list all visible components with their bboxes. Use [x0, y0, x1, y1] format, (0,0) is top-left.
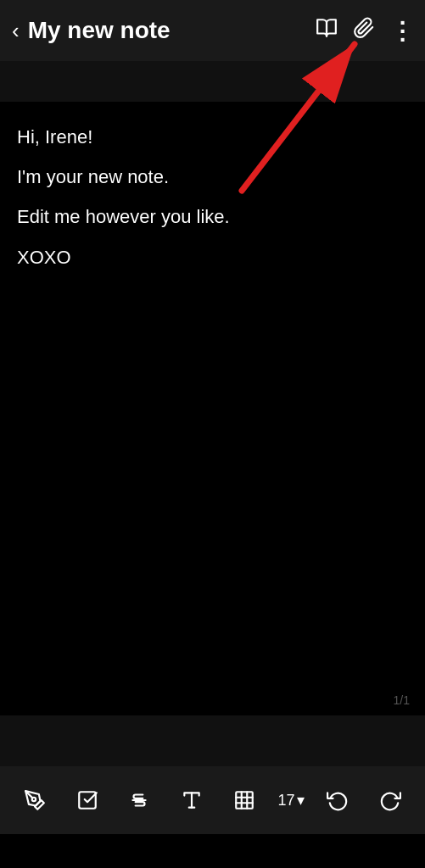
note-line-2: I'm your new note.: [17, 162, 408, 192]
svg-rect-1: [79, 792, 96, 809]
font-size-selector[interactable]: 17 ▾: [278, 791, 305, 810]
svg-point-0: [32, 798, 36, 801]
undo-button[interactable]: [319, 782, 356, 819]
note-line-1: Hi, Irene!: [17, 122, 408, 152]
page-indicator: 1/1: [394, 693, 410, 707]
text-format-button[interactable]: [173, 782, 210, 819]
checklist-button[interactable]: [69, 782, 106, 819]
pen-tool-button[interactable]: [16, 782, 53, 819]
header-icons: ⋮: [316, 17, 413, 45]
header-left: ‹ My new note: [12, 17, 316, 44]
book-icon[interactable]: [316, 17, 338, 44]
note-content-area[interactable]: Hi, Irene! I'm your new note. Edit me ho…: [0, 102, 425, 715]
separator-bar: [0, 61, 425, 102]
note-line-4: XOXO: [17, 242, 408, 272]
svg-rect-5: [236, 792, 253, 809]
bottom-bar-separator: [0, 715, 425, 766]
font-size-arrow: ▾: [297, 791, 305, 810]
font-size-value: 17: [278, 792, 295, 810]
bottom-toolbar: 17 ▾: [0, 766, 425, 834]
note-line-3: Edit me however you like.: [17, 202, 408, 231]
app-header: ‹ My new note ⋮: [0, 0, 425, 61]
note-text-body[interactable]: Hi, Irene! I'm your new note. Edit me ho…: [17, 122, 408, 272]
redo-button[interactable]: [372, 782, 409, 819]
strikethrough-button[interactable]: [120, 782, 158, 819]
note-title: My new note: [28, 17, 171, 44]
insert-frame-button[interactable]: [226, 782, 263, 819]
more-options-icon[interactable]: ⋮: [390, 17, 413, 45]
back-button[interactable]: ‹: [12, 19, 20, 42]
paperclip-icon[interactable]: [353, 17, 375, 44]
